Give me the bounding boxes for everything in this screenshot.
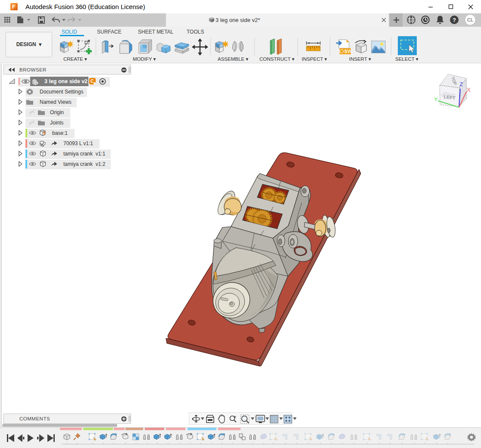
svg-text:Y: Y [434,96,438,103]
svg-text:Z: Z [459,81,463,87]
svg-text:X: X [467,87,471,93]
